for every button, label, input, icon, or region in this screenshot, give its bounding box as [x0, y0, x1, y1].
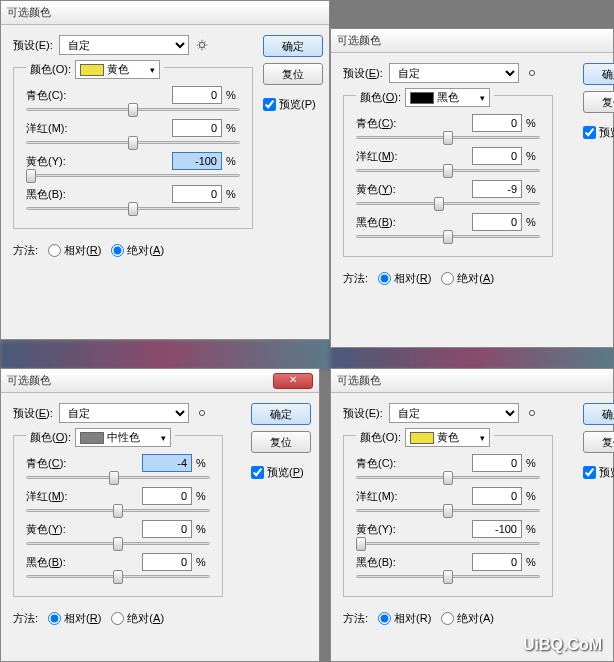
gear-icon[interactable]	[525, 406, 539, 420]
color-label: 颜色(O):	[30, 62, 71, 77]
color-swatch	[80, 64, 104, 76]
gear-icon[interactable]	[195, 38, 209, 52]
titlebar[interactable]: 可选颜色	[1, 1, 329, 25]
preview-check[interactable]: 预览(P)	[251, 465, 311, 480]
black-input[interactable]	[472, 213, 522, 231]
black-input[interactable]	[172, 185, 222, 203]
svg-point-1	[529, 70, 534, 75]
black-input[interactable]	[472, 553, 522, 571]
black-slider[interactable]	[356, 235, 540, 238]
black-slider[interactable]	[26, 207, 240, 210]
slider-magenta: 洋红(M):%	[26, 119, 240, 144]
black-slider[interactable]	[356, 575, 540, 578]
slider-black: 黑色(B):%	[26, 185, 240, 210]
color-label: 颜色(O):	[360, 90, 401, 105]
absolute-radio[interactable]: 绝对(A)	[111, 243, 164, 258]
color-group: 颜色(O): 中性色 青色(C):% 洋红(M):% 黄色(Y):% 黑色(B)…	[13, 435, 223, 597]
color-group: 颜色(O): 黑色 青色(C):% 洋红(M):% 黄色(Y):% 黑色(B):…	[343, 95, 553, 257]
color-group: 颜色(O): 黄色 青色(C):% 洋红(M):% 黄色(Y):% 黑色(B):…	[13, 67, 253, 229]
color-swatch	[410, 92, 434, 104]
magenta-slider[interactable]	[26, 509, 210, 512]
close-icon[interactable]: ✕	[273, 373, 313, 389]
cyan-input[interactable]	[142, 454, 192, 472]
magenta-input[interactable]	[472, 147, 522, 165]
color-swatch	[410, 432, 434, 444]
cyan-slider[interactable]	[356, 136, 540, 139]
cyan-input[interactable]	[472, 114, 522, 132]
preview-check[interactable]: 预览(P)	[583, 465, 614, 480]
color-select[interactable]: 黑色	[405, 88, 490, 107]
magenta-input[interactable]	[172, 119, 222, 137]
preset-label: 预设(E):	[13, 38, 53, 53]
magenta-input[interactable]	[142, 487, 192, 505]
titlebar[interactable]: 可选颜色 ✕	[1, 369, 319, 393]
method-row: 方法: 相对(R) 绝对(A)	[13, 243, 317, 258]
magenta-slider[interactable]	[356, 509, 540, 512]
preset-select[interactable]: 自定	[59, 403, 189, 423]
reset-button[interactable]: 复位	[263, 63, 323, 85]
cyan-input[interactable]	[172, 86, 222, 104]
ok-button[interactable]: 确定	[583, 403, 614, 425]
yellow-slider[interactable]	[356, 202, 540, 205]
watermark: UiBQ.CoM	[523, 636, 602, 654]
selective-color-dialog-3: 可选颜色 ✕ 预设(E): 自定 颜色(O): 中性色 青色(C):% 洋红(M…	[0, 368, 320, 662]
color-select[interactable]: 中性色	[75, 428, 171, 447]
reset-button[interactable]: 复位	[583, 91, 614, 113]
preview-check[interactable]: 预览(P)	[263, 97, 323, 112]
preset-select[interactable]: 自定	[389, 63, 519, 83]
yellow-slider[interactable]	[356, 542, 540, 545]
selective-color-dialog-1: 可选颜色 预设(E): 自定 颜色(O): 黄色 青色(C):% 洋红(M):%	[0, 0, 330, 340]
ok-button[interactable]: 确定	[263, 35, 323, 57]
dialog-title: 可选颜色	[337, 373, 381, 388]
dialog-title: 可选颜色	[7, 5, 51, 20]
relative-radio[interactable]: 相对(R)	[48, 243, 101, 258]
black-input[interactable]	[142, 553, 192, 571]
ok-button[interactable]: 确定	[583, 63, 614, 85]
magenta-slider[interactable]	[356, 169, 540, 172]
relative-radio[interactable]: 相对(R)	[48, 611, 101, 626]
relative-radio[interactable]: 相对(R)	[378, 611, 431, 626]
yellow-slider[interactable]	[26, 174, 240, 177]
preset-select[interactable]: 自定	[389, 403, 519, 423]
yellow-input[interactable]	[172, 152, 222, 170]
cyan-slider[interactable]	[356, 476, 540, 479]
svg-point-3	[529, 410, 534, 415]
preview-check[interactable]: 预览(P)	[583, 125, 614, 140]
absolute-radio[interactable]: 绝对(A)	[111, 611, 164, 626]
gear-icon[interactable]	[525, 66, 539, 80]
color-select[interactable]: 黄色	[75, 60, 160, 79]
cyan-slider[interactable]	[26, 476, 210, 479]
preset-label: 预设(E):	[343, 66, 383, 81]
selective-color-dialog-4: 可选颜色 预设(E): 自定 颜色(O): 黄色 青色(C):% 洋红(M):%…	[330, 368, 614, 662]
absolute-radio[interactable]: 绝对(A)	[441, 611, 494, 626]
color-label: 颜色(O):	[360, 430, 401, 445]
color-swatch	[80, 432, 104, 444]
magenta-slider[interactable]	[26, 141, 240, 144]
color-select[interactable]: 黄色	[405, 428, 490, 447]
ok-button[interactable]: 确定	[251, 403, 311, 425]
dialog-title: 可选颜色	[7, 373, 51, 388]
yellow-input[interactable]	[472, 180, 522, 198]
color-group: 颜色(O): 黄色 青色(C):% 洋红(M):% 黄色(Y):% 黑色(B):…	[343, 435, 553, 597]
preset-label: 预设(E):	[13, 406, 53, 421]
preset-select[interactable]: 自定	[59, 35, 189, 55]
relative-radio[interactable]: 相对(R)	[378, 271, 431, 286]
black-slider[interactable]	[26, 575, 210, 578]
absolute-radio[interactable]: 绝对(A)	[441, 271, 494, 286]
preset-label: 预设(E):	[343, 406, 383, 421]
svg-point-2	[199, 410, 204, 415]
slider-yellow: 黄色(Y):%	[26, 152, 240, 177]
reset-button[interactable]: 复位	[251, 431, 311, 453]
cyan-slider[interactable]	[26, 108, 240, 111]
cyan-input[interactable]	[472, 454, 522, 472]
reset-button[interactable]: 复位	[583, 431, 614, 453]
slider-cyan: 青色(C):%	[26, 86, 240, 111]
yellow-slider[interactable]	[26, 542, 210, 545]
yellow-input[interactable]	[142, 520, 192, 538]
svg-point-0	[199, 42, 204, 47]
titlebar[interactable]: 可选颜色	[331, 29, 613, 53]
yellow-input[interactable]	[472, 520, 522, 538]
gear-icon[interactable]	[195, 406, 209, 420]
magenta-input[interactable]	[472, 487, 522, 505]
titlebar[interactable]: 可选颜色	[331, 369, 613, 393]
